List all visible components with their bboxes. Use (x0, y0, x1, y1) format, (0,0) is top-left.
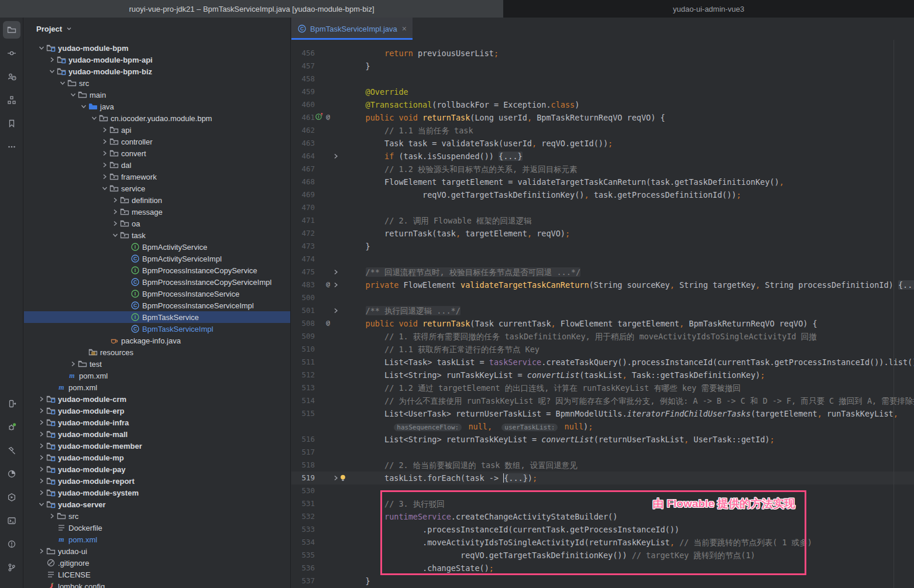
tree-item-bpmprocessinstanceserviceimpl[interactable]: CBpmProcessInstanceServiceImpl (24, 300, 290, 311)
code-line-509[interactable]: 509 // 1. 获得所有需要回撤的任务 taskDefinitionKey,… (291, 330, 914, 343)
chevron-down-icon[interactable] (79, 102, 88, 111)
code-line-517[interactable]: 517 (291, 446, 914, 459)
annotation-icon[interactable]: @ (324, 317, 332, 330)
chevron-down-icon[interactable] (111, 231, 120, 240)
fold-arrow-icon[interactable] (332, 266, 339, 278)
code-line-460[interactable]: 460 @Transactional(rollbackFor = Excepti… (291, 98, 914, 111)
tree-item-pom-xml[interactable]: mpom.xml (24, 381, 290, 393)
close-icon[interactable]: × (402, 24, 407, 33)
tree-item-yudao-module-infra[interactable]: yudao-module-infra (24, 417, 290, 428)
tree-item-java[interactable]: java (24, 101, 290, 112)
tree-item-bpmactivityserviceimpl[interactable]: CBpmActivityServiceImpl (24, 253, 290, 264)
code-line-463[interactable]: 463 Task task = validateTask(userId, req… (291, 137, 914, 150)
chevron-right-icon[interactable] (37, 476, 46, 486)
chevron-right-icon[interactable] (37, 546, 46, 556)
code-line-459[interactable]: 459 @Override (291, 85, 914, 98)
code-line-472[interactable]: 472 returnTask(task, targetElement, reqV… (291, 227, 914, 240)
tree-item-controller[interactable]: controller (24, 136, 290, 147)
code-line-530[interactable]: 530 (291, 484, 914, 497)
chevron-right-icon[interactable] (111, 207, 120, 216)
version-control-icon[interactable] (3, 559, 20, 576)
tree-item-src[interactable]: src (24, 77, 290, 89)
chevron-right-icon[interactable] (111, 195, 120, 205)
chevron-right-icon[interactable] (100, 125, 109, 135)
code-line-513[interactable]: 513 // 1.2 通过 targetElement 的出口连线, 计算在 r… (291, 381, 914, 394)
tree-item-bpmactivityservice[interactable]: IBpmActivityService (24, 241, 290, 253)
build-icon[interactable] (3, 442, 20, 459)
chevron-right-icon[interactable] (100, 172, 109, 181)
tree-item-yudao-module-pay[interactable]: yudao-module-pay (24, 463, 290, 475)
tree-item-pom-xml[interactable]: mpom.xml (24, 534, 290, 545)
chevron-right-icon[interactable] (100, 137, 109, 146)
code-line-512[interactable]: 512 List<String> runTaskKeyList = conver… (291, 369, 914, 381)
code-line-456[interactable]: 456 return previousUserList; (291, 47, 914, 60)
commit-icon[interactable] (3, 44, 20, 62)
code-line-532[interactable]: 532 runtimeService.createChangeActivityS… (291, 510, 914, 523)
chevron-down-icon[interactable] (90, 114, 99, 123)
code-line-535[interactable]: 535 reqVO.getTargetTaskDefinitionKey()) … (291, 549, 914, 562)
chevron-down-icon[interactable] (37, 500, 46, 509)
more-icon[interactable] (3, 138, 20, 156)
tree-item-oa[interactable]: oa (24, 218, 290, 229)
code-line-468[interactable]: 468 FlowElement targetElement = validate… (291, 176, 914, 188)
code-line-467[interactable]: 467 // 1.2 校验源头和目标节点的关系, 并返回目标元素 (291, 163, 914, 176)
run-icon[interactable] (3, 489, 20, 506)
tree-item-yudao-module-member[interactable]: yudao-module-member (24, 440, 290, 452)
tree-item-license[interactable]: LICENSE (24, 569, 290, 580)
tree-item-dal[interactable]: dal (24, 159, 290, 171)
profiler-icon[interactable] (3, 465, 20, 483)
intention-bulb-icon[interactable] (339, 472, 346, 484)
services-icon[interactable] (3, 395, 20, 412)
tree-item-yudao-module-mp[interactable]: yudao-module-mp (24, 452, 290, 463)
code-line-536[interactable]: 536 .changeState(); (291, 562, 914, 575)
tree-item-yudao-module-bpm-biz[interactable]: yudao-module-bpm-biz (24, 66, 290, 77)
tree-item-yudao-module-mall[interactable]: yudao-module-mall (24, 428, 290, 440)
tree-item-package-info-java[interactable]: package-info.java (24, 335, 290, 346)
chevron-right-icon[interactable] (37, 394, 46, 404)
code-line-475[interactable]: 475 /** 回退流程节点时, 校验目标任务节点是否可回退 ...*/ (291, 266, 914, 278)
tree-item-pom-xml[interactable]: mpom.xml (24, 370, 290, 381)
tree-item-yudao-module-bpm-api[interactable]: yudao-module-bpm-api (24, 54, 290, 66)
chevron-right-icon[interactable] (37, 441, 46, 451)
tree-item-dockerfile[interactable]: Dockerfile (24, 522, 290, 534)
code-line-471[interactable]: 471 // 2. 调用 Flowable 框架的回退逻辑 (291, 214, 914, 227)
code-line-483[interactable]: 483@ private FlowElement validateTargetT… (291, 278, 914, 291)
terminal-icon[interactable] (3, 512, 20, 529)
code-line-500[interactable]: 500 (291, 291, 914, 304)
chevron-right-icon[interactable] (37, 418, 46, 427)
chevron-right-icon[interactable] (111, 219, 120, 228)
chevron-right-icon[interactable] (47, 511, 57, 521)
project-panel-header[interactable]: Project (24, 18, 290, 40)
fold-arrow-icon[interactable] (332, 472, 339, 484)
code-line-462[interactable]: 462 // 1.1 当前任务 task (291, 124, 914, 137)
debug-icon[interactable] (3, 418, 20, 436)
chevron-right-icon[interactable] (100, 149, 109, 158)
tree-item-yudao-server[interactable]: yudao-server (24, 498, 290, 510)
tree-item-bpmprocessinstancecopyserviceimpl[interactable]: CBpmProcessInstanceCopyServiceImpl (24, 276, 290, 288)
chevron-right-icon[interactable] (68, 359, 78, 369)
code-line-534[interactable]: 534 .moveActivityIdsToSingleActivityId(r… (291, 536, 914, 549)
tree-item-src[interactable]: src (24, 510, 290, 522)
tree-item-bpmtaskservice[interactable]: IBpmTaskService (24, 311, 290, 323)
tree-item-task[interactable]: task (24, 229, 290, 241)
chevron-right-icon[interactable] (37, 429, 46, 439)
tree-item-bpmprocessinstancecopyservice[interactable]: IBpmProcessInstanceCopyService (24, 264, 290, 276)
chevron-right-icon[interactable] (37, 488, 46, 497)
tree-item-yudao-module-report[interactable]: yudao-module-report (24, 475, 290, 487)
chevron-right-icon[interactable] (37, 453, 46, 462)
learn-icon[interactable]: ? (3, 68, 20, 85)
chevron-right-icon[interactable] (47, 55, 57, 64)
chevron-down-icon[interactable] (58, 78, 67, 88)
code-line-501[interactable]: 501 /** 执行回退逻辑 ...*/ (291, 304, 914, 317)
tree-item-main[interactable]: main (24, 89, 290, 101)
code-line-473[interactable]: 473 } (291, 240, 914, 253)
tree-item-bpmtaskserviceimpl[interactable]: CBpmTaskServiceImpl (24, 323, 290, 335)
tree-item-lombok-config[interactable]: lombok.config (24, 580, 290, 588)
annotation-icon[interactable]: @ (324, 111, 332, 124)
code-line-470[interactable]: 470 (291, 201, 914, 214)
code-line-516[interactable]: 516 List<String> returnTaskKeyList = con… (291, 433, 914, 446)
tree-item-yudao-module-bpm[interactable]: yudao-module-bpm (24, 42, 290, 54)
tree-item-test[interactable]: test (24, 358, 290, 370)
tab-bpmtaskserviceimpl[interactable]: C BpmTaskServiceImpl.java × (291, 18, 413, 40)
code-line-531[interactable]: 531 // 3. 执行驳回 (291, 497, 914, 510)
